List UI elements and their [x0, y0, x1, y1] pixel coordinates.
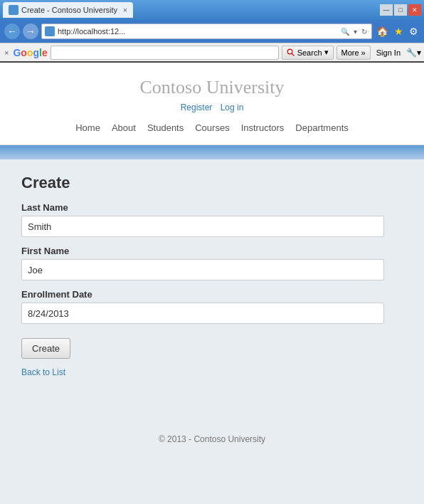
google-toolbar: × Google Search ▾ More » Sign In 🔧▾: [0, 43, 424, 63]
url-refresh-button[interactable]: ↻: [360, 27, 369, 36]
create-button[interactable]: Create: [21, 338, 70, 359]
browser-content: Contoso University Register Log in Home …: [0, 63, 424, 504]
minimize-button[interactable]: —: [380, 4, 393, 16]
url-text: http://localhost:12...: [58, 27, 336, 36]
nav-departments[interactable]: Departments: [295, 122, 348, 133]
google-more-button[interactable]: More »: [336, 46, 371, 60]
enrollment-date-group: Enrollment Date: [21, 289, 403, 324]
nav-instructors[interactable]: Instructors: [241, 122, 285, 133]
site-title: Contoso University: [0, 77, 424, 98]
last-name-input[interactable]: [21, 216, 384, 237]
url-search-button[interactable]: 🔍: [339, 27, 351, 36]
maximize-button[interactable]: □: [394, 4, 407, 16]
google-e: e: [42, 47, 48, 58]
search-icon: [287, 48, 295, 57]
favorites-button[interactable]: ★: [393, 25, 405, 38]
enrollment-date-label: Enrollment Date: [21, 289, 403, 300]
url-actions: 🔍 ▾ ↻: [339, 27, 369, 36]
back-button[interactable]: ←: [4, 23, 20, 39]
forward-button[interactable]: →: [23, 23, 38, 39]
form-heading: Create: [21, 174, 403, 192]
title-bar-left: Create - Contoso University ×: [3, 2, 133, 18]
last-name-label: Last Name: [21, 202, 403, 213]
url-dropdown-button[interactable]: ▾: [352, 27, 359, 36]
google-g2: g: [33, 47, 39, 58]
google-o1: o: [21, 47, 27, 58]
tab-favicon: [9, 5, 18, 15]
google-tools-button[interactable]: 🔧▾: [406, 48, 421, 58]
google-search-input[interactable]: [51, 46, 279, 60]
first-name-input[interactable]: [21, 259, 384, 280]
search-dropdown-arrow: ▾: [324, 48, 329, 57]
svg-point-0: [287, 49, 292, 54]
enrollment-date-input[interactable]: [21, 303, 384, 324]
address-bar: ← → http://localhost:12... 🔍 ▾ ↻ 🏠 ★ ⚙: [0, 20, 424, 43]
last-name-group: Last Name: [21, 202, 403, 237]
nav-courses[interactable]: Courses: [195, 122, 229, 133]
browser-tab[interactable]: Create - Contoso University ×: [3, 2, 133, 18]
first-name-label: First Name: [21, 246, 403, 256]
form-area: Create Last Name First Name Enrollment D…: [0, 159, 424, 392]
url-favicon: [45, 26, 55, 36]
register-link[interactable]: Register: [181, 103, 213, 112]
google-signin-link[interactable]: Sign In: [373, 48, 403, 57]
nav-about[interactable]: About: [112, 122, 136, 133]
home-button[interactable]: 🏠: [375, 25, 390, 38]
search-label: Search: [297, 48, 322, 57]
toolbar-close-button[interactable]: ×: [3, 48, 10, 57]
first-name-group: First Name: [21, 246, 403, 280]
tab-label: Create - Contoso University: [21, 6, 117, 14]
site-footer: © 2013 - Contoso University: [0, 420, 424, 458]
nav-students[interactable]: Students: [147, 122, 184, 133]
site-auth-links: Register Log in: [0, 103, 424, 112]
site-nav: Home About Students Courses Instructors …: [0, 118, 424, 137]
settings-button[interactable]: ⚙: [408, 25, 420, 38]
google-search-button[interactable]: Search ▾: [282, 46, 334, 60]
svg-line-1: [292, 53, 294, 56]
nav-home[interactable]: Home: [75, 122, 100, 133]
window-chrome: Create - Contoso University × — □ ✕ ← → …: [0, 0, 424, 63]
login-link[interactable]: Log in: [221, 103, 244, 112]
title-bar: Create - Contoso University × — □ ✕: [0, 0, 424, 20]
back-to-list-link[interactable]: Back to List: [21, 367, 403, 377]
google-g: G: [13, 47, 21, 58]
window-controls: — □ ✕: [380, 4, 421, 16]
more-label: More »: [341, 48, 366, 57]
tab-close-button[interactable]: ×: [123, 6, 127, 14]
site-header: Contoso University Register Log in Home …: [0, 63, 424, 145]
google-logo: Google: [13, 47, 47, 58]
url-box[interactable]: http://localhost:12... 🔍 ▾ ↻: [41, 23, 372, 39]
banner-area: [0, 145, 424, 159]
close-button[interactable]: ✕: [408, 4, 421, 16]
footer-text: © 2013 - Contoso University: [159, 434, 265, 444]
